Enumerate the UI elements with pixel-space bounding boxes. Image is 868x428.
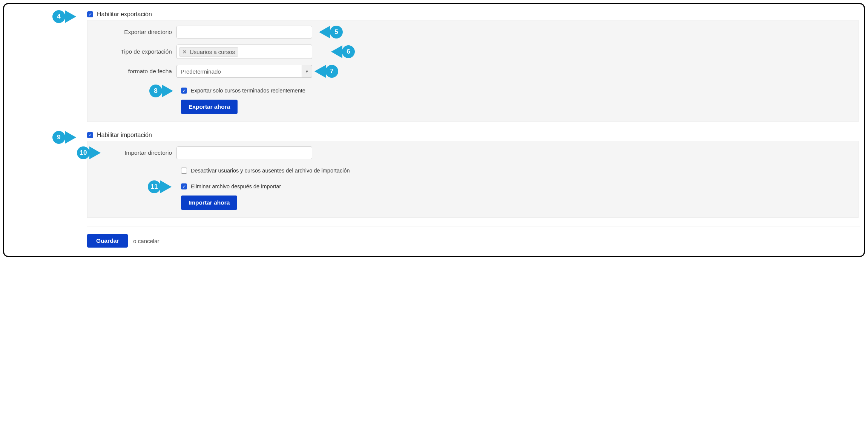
export-recent-only-row: 8 ✓ Exportar solo cursos terminados reci…	[181, 88, 853, 94]
export-now-row: Exportar ahora	[181, 100, 853, 114]
check-icon: ✓	[89, 12, 92, 17]
import-dir-label: Importar directorio	[93, 149, 172, 156]
export-dir-input[interactable]	[176, 26, 312, 38]
export-enable-checkbox[interactable]: ✓	[87, 11, 93, 17]
date-format-label: formato de fecha	[93, 68, 172, 75]
date-format-value: Predeterminado	[176, 65, 302, 78]
import-now-button[interactable]: Importar ahora	[181, 196, 237, 210]
import-dir-input[interactable]	[176, 146, 312, 159]
import-dir-row: 10 Importar directorio	[93, 146, 853, 159]
import-enable-checkbox[interactable]: ✓	[87, 132, 93, 138]
check-icon: ✓	[89, 133, 92, 138]
annotation-marker-8: 8	[149, 85, 173, 97]
export-recent-only-checkbox[interactable]: ✓	[181, 88, 187, 94]
export-type-tag-label: Usuarios a cursos	[190, 49, 235, 55]
export-enable-label: Habilitar exportación	[97, 11, 152, 18]
export-now-button[interactable]: Exportar ahora	[181, 100, 238, 114]
date-format-dropdown-button[interactable]: ▼	[302, 65, 312, 78]
export-enable-row: 4 ✓ Habilitar exportación	[87, 11, 860, 18]
export-panel: Exportar directorio 5 Tipo de exportació…	[87, 20, 859, 122]
annotation-marker-11: 11	[148, 180, 172, 193]
date-format-row: formato de fecha Predeterminado ▼ 7	[93, 65, 853, 78]
annotation-marker-5: 5	[319, 26, 343, 38]
import-delete-after-checkbox[interactable]: ✓	[181, 183, 187, 189]
annotation-marker-6: 6	[331, 45, 355, 58]
export-type-label: Tipo de exportación	[93, 48, 172, 55]
export-type-row: Tipo de exportación ✕ Usuarios a cursos …	[93, 45, 853, 59]
import-enable-label: Habilitar importación	[97, 132, 152, 139]
import-deactivate-label: Desactivar usuarios y cursos ausentes de…	[191, 168, 350, 174]
export-type-tag[interactable]: ✕ Usuarios a cursos	[179, 47, 238, 57]
check-icon: ✓	[182, 184, 186, 189]
import-deactivate-checkbox[interactable]	[181, 168, 187, 174]
import-now-row: Importar ahora	[181, 196, 853, 210]
chevron-down-icon: ▼	[305, 69, 309, 74]
import-deactivate-row: Desactivar usuarios y cursos ausentes de…	[181, 168, 853, 174]
annotation-marker-4: 4	[52, 10, 76, 23]
annotation-marker-7: 7	[314, 65, 338, 78]
remove-tag-icon[interactable]: ✕	[182, 49, 187, 55]
check-icon: ✓	[182, 88, 186, 93]
export-type-input[interactable]: ✕ Usuarios a cursos	[176, 45, 312, 59]
save-button[interactable]: Guardar	[87, 234, 128, 248]
form-footer: Guardar o cancelar	[87, 226, 860, 248]
export-recent-only-label: Exportar solo cursos terminados reciente…	[191, 88, 305, 94]
export-dir-label: Exportar directorio	[93, 29, 172, 35]
import-delete-after-row: 11 ✓ Eliminar archivo después de importa…	[181, 183, 853, 189]
import-enable-row: 9 ✓ Habilitar importación	[87, 132, 860, 139]
settings-form: 4 ✓ Habilitar exportación Exportar direc…	[3, 3, 865, 257]
date-format-select[interactable]: Predeterminado ▼	[176, 65, 312, 78]
import-panel: 10 Importar directorio Desactivar usuari…	[87, 141, 859, 218]
cancel-link[interactable]: o cancelar	[133, 238, 159, 244]
annotation-marker-9: 9	[52, 131, 76, 144]
export-dir-row: Exportar directorio 5	[93, 26, 853, 38]
import-delete-after-label: Eliminar archivo después de importar	[191, 183, 281, 189]
